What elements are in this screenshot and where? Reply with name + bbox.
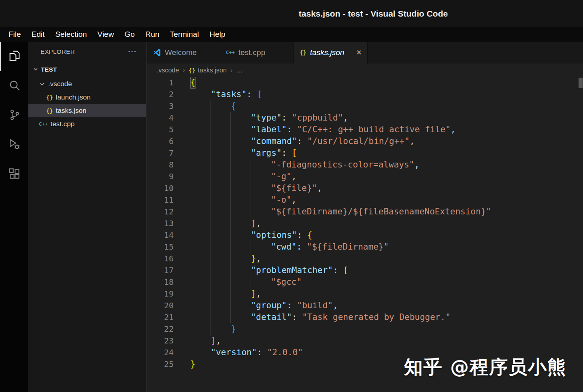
indent-guide [211, 171, 231, 182]
menu-run[interactable]: Run [140, 27, 165, 42]
indent-guide [251, 241, 271, 253]
indent [190, 347, 211, 358]
breadcrumb-item--[interactable]: … [236, 67, 243, 74]
code-line-22[interactable]: 22} [147, 323, 583, 335]
indent-guide [211, 300, 231, 311]
menu-terminal[interactable]: Terminal [165, 27, 204, 42]
indent-guide [211, 323, 231, 335]
line-content: "options": { [182, 229, 312, 241]
code-line-4[interactable]: 4"type": "cppbuild", [147, 112, 583, 124]
indent-guide [211, 182, 231, 194]
line-content: "${file}", [182, 182, 322, 194]
indent [190, 323, 211, 335]
tree-section-test[interactable]: TEST [28, 61, 146, 77]
tree-item--vscode[interactable]: .vscode [28, 77, 146, 91]
line-number: 25 [147, 358, 182, 370]
tree-item-launch-json[interactable]: {}launch.json [28, 91, 146, 104]
chevron-down-icon [32, 66, 39, 72]
code-line-13[interactable]: 13], [147, 218, 583, 229]
file-name: test.cpp [51, 120, 75, 128]
code-line-10[interactable]: 10"${file}", [147, 182, 583, 194]
code-line-1[interactable]: 1{ [147, 77, 583, 89]
breadcrumb-separator-icon: › [183, 66, 185, 74]
token: , [343, 112, 348, 124]
search-activity-button[interactable] [0, 71, 28, 101]
breadcrumb-label: tasks.json [198, 67, 227, 74]
code-line-11[interactable]: 11"-o", [147, 194, 583, 206]
code-line-12[interactable]: 12"${fileDirname}/${fileBasenameNoExtens… [147, 206, 583, 218]
line-number: 3 [147, 100, 182, 112]
token: "${file}" [271, 182, 317, 194]
scrollbar-thumb[interactable] [579, 78, 583, 88]
code-editor[interactable]: 1{2"tasks": [3{4"type": "cppbuild",5"lab… [147, 77, 583, 392]
indent [190, 124, 211, 136]
indent-guide [211, 265, 231, 276]
tree-item-tasks-json[interactable]: {}tasks.json [28, 104, 146, 117]
code-line-16[interactable]: 16}, [147, 253, 583, 265]
indent-guide [211, 229, 231, 241]
line-number: 6 [147, 136, 182, 147]
token: "cppbuild" [292, 112, 343, 124]
code-line-5[interactable]: 5"label": "C/C++: g++ build active file"… [147, 124, 583, 136]
indent-guide [211, 241, 231, 253]
indent [190, 159, 211, 171]
code-line-18[interactable]: 18"$gcc" [147, 276, 583, 288]
token: : [296, 241, 306, 253]
tab-tasks-json[interactable]: {}tasks.json× [294, 42, 368, 64]
json-file-icon: {} [46, 95, 53, 100]
more-actions-icon[interactable]: ⋯ [128, 47, 136, 56]
token: } [190, 358, 196, 370]
code-line-20[interactable]: 20"group": "build", [147, 300, 583, 311]
code-line-17[interactable]: 17"problemMatcher": [ [147, 265, 583, 276]
menu-edit[interactable]: Edit [26, 27, 50, 42]
token: ] [251, 218, 256, 229]
run-debug-activity-button[interactable] [0, 130, 28, 160]
tab-test-cpp[interactable]: C++test.cpp [220, 42, 294, 64]
breadcrumb-item--vscode[interactable]: .vscode [157, 67, 179, 74]
code-line-9[interactable]: 9"-g", [147, 171, 583, 182]
code-line-7[interactable]: 7"args": [ [147, 147, 583, 159]
code-line-6[interactable]: 6"command": "/usr/local/bin/g++", [147, 136, 583, 147]
token: , [256, 288, 261, 300]
menu-selection[interactable]: Selection [50, 27, 92, 42]
tree-item-test-cpp[interactable]: C++test.cpp [28, 117, 146, 131]
extensions-activity-button[interactable] [0, 160, 28, 189]
line-content: "label": "C/C++: g++ build active file", [182, 124, 455, 136]
line-number: 24 [147, 347, 182, 358]
indent [190, 112, 211, 124]
watermark: 知乎 @程序员小熊 [404, 355, 567, 380]
code-line-15[interactable]: 15"cwd": "${fileDirname}" [147, 241, 583, 253]
code-line-2[interactable]: 2"tasks": [ [147, 89, 583, 100]
code-line-3[interactable]: 3{ [147, 100, 583, 112]
token: : [292, 311, 302, 323]
code-line-19[interactable]: 19], [147, 288, 583, 300]
json-file-icon: {} [300, 50, 306, 55]
line-number: 22 [147, 323, 182, 335]
code-line-21[interactable]: 21"detail": "Task generated by Debugger.… [147, 311, 583, 323]
menu-file[interactable]: File [3, 27, 26, 42]
line-content: "detail": "Task generated by Debugger." [182, 311, 451, 323]
close-icon[interactable]: × [356, 48, 362, 57]
line-number: 4 [147, 112, 182, 124]
menu-help[interactable]: Help [204, 27, 230, 42]
line-content: "-fdiagnostics-color=always", [182, 159, 419, 171]
code-line-8[interactable]: 8"-fdiagnostics-color=always", [147, 159, 583, 171]
explorer-activity-button[interactable] [0, 42, 28, 71]
line-content: }, [182, 253, 261, 265]
indent-guide [251, 182, 271, 194]
token: : [282, 112, 292, 124]
menu-view[interactable]: View [92, 27, 119, 42]
source-control-activity-button[interactable] [0, 101, 28, 130]
workbench: EXPLORER ⋯ TEST .vscode{}launch.json{}ta… [0, 42, 583, 392]
token: { [231, 100, 236, 112]
tab-welcome[interactable]: Welcome [147, 42, 220, 64]
code-line-14[interactable]: 14"options": { [147, 229, 583, 241]
token: , [256, 218, 261, 229]
menu-go[interactable]: Go [119, 27, 140, 42]
tab-label: Welcome [165, 48, 197, 57]
breadcrumb-item-tasks-json[interactable]: {}tasks.json [189, 67, 227, 74]
line-content: "group": "build", [182, 300, 338, 311]
indent [190, 276, 211, 288]
code-line-23[interactable]: 23], [147, 335, 583, 347]
line-content: "${fileDirname}/${fileBasenameNoExtensio… [182, 206, 491, 218]
